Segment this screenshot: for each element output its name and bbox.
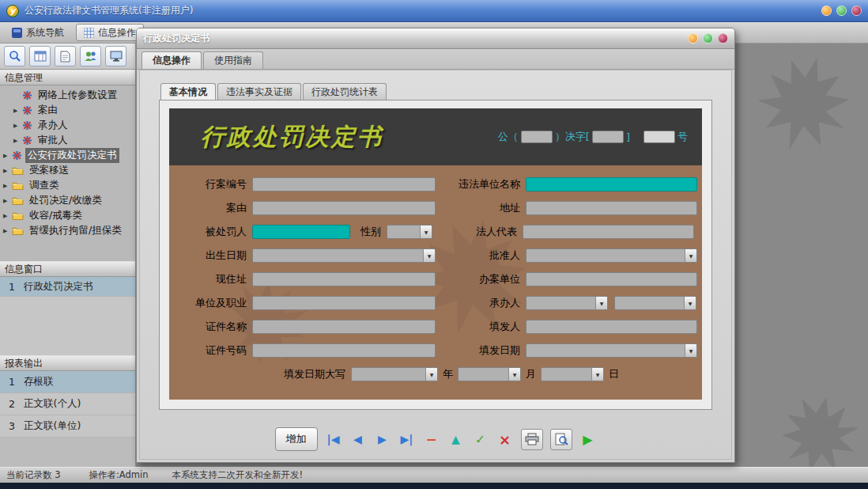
list-item[interactable]: 1 行政处罚决定书 (0, 277, 135, 297)
move-up-button[interactable]: ▲ (447, 433, 465, 445)
doc-serial-input[interactable] (643, 131, 675, 143)
document-button[interactable] (55, 46, 76, 66)
unit-name-input[interactable] (526, 177, 697, 191)
tree-item-undertaker[interactable]: ▶ 承办人 (0, 118, 135, 133)
birth-date-select[interactable]: ▼ (252, 248, 436, 263)
tab-illegal-facts-evidence[interactable]: 违法事实及证据 (217, 83, 301, 100)
tab-system-navigation[interactable]: 系统导航 (5, 24, 71, 41)
close-button[interactable] (851, 6, 862, 16)
preview-icon (554, 433, 568, 445)
expand-arrow-icon[interactable]: ▶ (13, 108, 22, 114)
tab-information-operation[interactable]: 信息操作 (76, 24, 144, 41)
add-button[interactable]: 增加 (275, 427, 318, 451)
legal-rep-input[interactable] (523, 225, 694, 239)
tree-item-detention-rehab[interactable]: ▶ 收容/戒毒类 (0, 208, 135, 223)
tab-penalty-statistics[interactable]: 行政处罚统计表 (303, 83, 387, 100)
gender-select[interactable]: ▼ (387, 225, 432, 239)
tree-item-approver[interactable]: ▶ 审批人 (0, 133, 135, 148)
previous-record-button[interactable]: ◀ (349, 433, 367, 445)
chevron-down-icon[interactable]: ▼ (685, 249, 696, 262)
minimize-button[interactable] (688, 33, 698, 44)
first-record-button[interactable]: |◀ (325, 433, 342, 445)
zoom-button[interactable] (4, 46, 25, 66)
chevron-down-icon[interactable]: ▼ (595, 297, 607, 309)
tree-item-investigation[interactable]: ▶ 调查类 (0, 178, 135, 193)
list-item[interactable]: 3 正文联(单位) (0, 415, 135, 438)
id-no-label: 证件号码 (177, 343, 252, 358)
undertaker-select-1[interactable]: ▼ (526, 296, 608, 310)
expand-arrow-icon[interactable]: ▶ (3, 153, 12, 159)
tree-item-case-cause[interactable]: ▶ 案由 (0, 103, 135, 118)
last-record-button[interactable]: ▶| (398, 433, 416, 445)
info-manage-tree: ▶ 网络上传参数设置 ▶ 案由 ▶ 承办人 ▶ 审批人 ▶ 公安行政处罚决定书 … (0, 85, 135, 261)
person-input[interactable] (252, 225, 350, 239)
date-caps-month-select[interactable]: ▼ (458, 367, 521, 381)
occupation-input[interactable] (252, 296, 436, 310)
address-input[interactable] (526, 201, 697, 215)
users-button[interactable] (80, 46, 101, 66)
approver-select[interactable]: ▼ (526, 248, 697, 263)
chevron-down-icon[interactable]: ▼ (508, 368, 520, 381)
tree-item-case-transfer[interactable]: ▶ 受案移送 (0, 163, 135, 178)
issue-date-select[interactable]: ▼ (526, 343, 697, 358)
confirm-button[interactable]: ✓ (472, 432, 489, 447)
cause-input[interactable] (252, 201, 436, 215)
undertaker-select-2[interactable]: ▼ (614, 296, 696, 310)
tree-item-penalty-decision[interactable]: ▶ 公安行政处罚决定书 (0, 148, 135, 163)
chevron-down-icon[interactable]: ▼ (425, 368, 437, 381)
tree-item-network-upload-settings[interactable]: ▶ 网络上传参数设置 (0, 88, 135, 103)
id-no-input[interactable] (252, 343, 436, 358)
doc-year-input[interactable] (592, 131, 624, 143)
chevron-down-icon[interactable]: ▼ (423, 249, 435, 262)
preview-button[interactable] (550, 429, 572, 450)
birth-label: 出生日期 (177, 248, 252, 263)
id-name-input[interactable] (252, 320, 436, 334)
chevron-down-icon[interactable]: ▼ (684, 297, 696, 309)
doc-no-text: 号 (677, 130, 688, 144)
case-no-input[interactable] (252, 177, 436, 191)
table-button[interactable] (29, 46, 51, 66)
maximize-button[interactable] (836, 6, 847, 16)
tree-item-suspended-detention[interactable]: ▶ 暂缓执行拘留/担保类 (0, 223, 135, 238)
folder-icon (12, 181, 24, 190)
delete-record-button[interactable]: − (423, 431, 440, 447)
expand-arrow-icon[interactable]: ▶ (3, 228, 12, 234)
print-button[interactable] (521, 429, 543, 450)
cancel-button[interactable]: × (496, 431, 514, 448)
tab-user-guide[interactable]: 使用指南 (203, 51, 263, 69)
tab-label: 系统导航 (26, 26, 64, 40)
date-caps-day-select[interactable]: ▼ (541, 367, 604, 381)
list-item[interactable]: 2 正文联(个人) (0, 393, 135, 415)
date-caps-year-select[interactable]: ▼ (351, 367, 438, 381)
tab-basic-info[interactable]: 基本情况 (160, 83, 216, 100)
next-record-button[interactable]: ▶ (374, 433, 391, 445)
expand-arrow-icon[interactable]: ▶ (13, 138, 22, 144)
tab-info-operation[interactable]: 信息操作 (142, 51, 202, 69)
execute-button[interactable]: ▶ (579, 432, 597, 447)
gear-icon (22, 105, 32, 116)
maximize-button[interactable] (703, 33, 713, 44)
doc-no-input[interactable] (521, 131, 553, 143)
issuer-input[interactable] (526, 320, 697, 334)
section-title: 信息管理 (5, 71, 43, 85)
cur-addr-input[interactable] (252, 272, 436, 286)
chevron-down-icon[interactable]: ▼ (420, 226, 432, 238)
taskbar-strip (0, 483, 868, 489)
expand-arrow-icon[interactable]: ▶ (3, 198, 12, 204)
tree-item-penalty-confiscation[interactable]: ▶ 处罚决定/收缴类 (0, 193, 135, 208)
chevron-down-icon[interactable]: ▼ (591, 368, 603, 381)
tree-item-label: 暂缓执行拘留/担保类 (27, 223, 124, 238)
printer-icon (525, 433, 539, 445)
case-unit-input[interactable] (526, 272, 697, 286)
list-item[interactable]: 1 存根联 (0, 371, 135, 393)
expand-arrow-icon[interactable]: ▶ (3, 183, 12, 189)
expand-arrow-icon[interactable]: ▶ (3, 168, 12, 174)
chevron-down-icon[interactable]: ▼ (685, 344, 696, 357)
expand-arrow-icon[interactable]: ▶ (13, 123, 22, 129)
expand-arrow-icon[interactable]: ▶ (3, 213, 12, 219)
minimize-button[interactable] (821, 6, 832, 16)
main-titlebar: y 公安行政法律文书管理系统(非注册用户) (0, 0, 868, 22)
year-label: 年 (443, 367, 453, 381)
close-button[interactable] (718, 33, 728, 44)
monitor-button[interactable] (105, 46, 126, 66)
